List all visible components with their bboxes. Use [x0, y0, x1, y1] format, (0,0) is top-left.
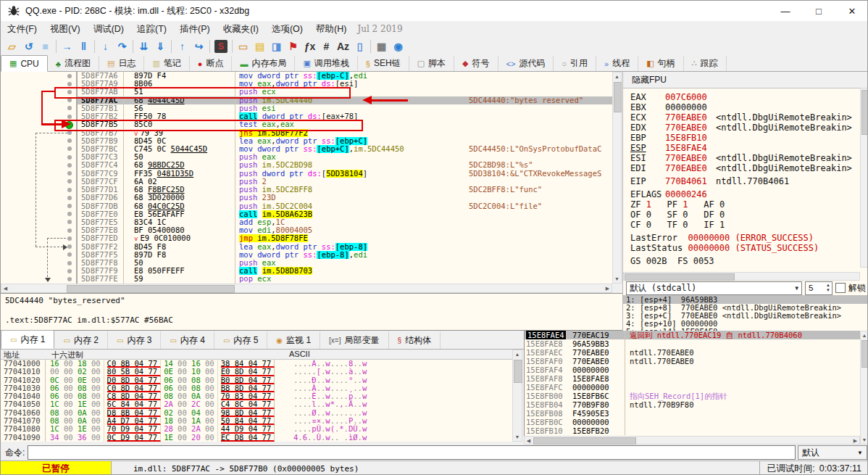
hash-icon[interactable]: # — [318, 39, 335, 54]
command-input[interactable] — [28, 445, 796, 460]
memory-dump-rows[interactable]: 7704100016 00 18 00C0 8B 04 7714 00 16 0… — [1, 360, 512, 442]
segment-registers-row[interactable]: GS 002B FS 0053 — [623, 256, 868, 266]
bookmarks-icon[interactable]: ⚑ — [285, 39, 301, 54]
register-row[interactable]: EBP15E8FB10 — [623, 133, 868, 143]
disasm-row[interactable]: 5D8F77B156push esi — [1, 104, 612, 112]
breakpoint-dot-icon[interactable] — [67, 236, 72, 241]
register-row[interactable]: EAX007C6000 — [623, 92, 868, 102]
strings-icon[interactable]: Az — [335, 39, 351, 54]
disasm-row[interactable]: 5D8F77EDvE9 0C010000jmp im.5D8F78FE — [1, 234, 612, 242]
disasm-row[interactable]: 5D8F77E583C4 1Cadd esp,1C — [1, 218, 612, 226]
last-error-row[interactable]: LastStatus 00000000 (STATUS_SUCCESS) — [623, 243, 868, 253]
breakpoint-dot-icon[interactable] — [67, 171, 72, 175]
calculator-icon[interactable]: ▦ — [373, 39, 390, 54]
minimize-button[interactable]: — — [769, 1, 802, 21]
breakpoint-dot-icon[interactable] — [67, 155, 72, 160]
disasm-row[interactable]: 5D8F77B2FF50 78call dword ptr ds:[eax+78… — [1, 112, 612, 120]
tab-内存 2[interactable]: ▭内存 2 — [54, 331, 107, 349]
stack-row[interactable]: 15E8FB04770B9F80ntdll.770B9F80 — [525, 400, 860, 409]
breakpoint-dot-icon[interactable] — [67, 212, 72, 216]
tab-CPU[interactable]: ▦CPU — [1, 55, 48, 72]
stack-row[interactable]: 15E8FAEC770EABE0ntdll.770EABE0 — [525, 348, 860, 357]
register-row[interactable]: ESP15E8FAE4 — [623, 143, 868, 153]
register-row[interactable]: EDI770EABE0<ntdll.DbgUiRemoteBreakin> — [623, 163, 868, 173]
hide-fpu-button[interactable]: 隐藏FPU — [623, 72, 868, 88]
regs-hscroll-thumb[interactable] — [625, 273, 735, 281]
disasm-row[interactable]: 5D8F77F9E8 050FFEFFcall im.5D8D8703 — [1, 267, 612, 275]
tab-监视 1[interactable]: ◉监视 1 — [267, 331, 320, 349]
tab-线程[interactable]: »线程 — [596, 56, 638, 71]
stack-vscrollbar[interactable]: ▲ ▼ — [860, 331, 868, 445]
breakpoint-dot-icon[interactable] — [67, 106, 72, 110]
disasm-row[interactable]: 5D8F77FE59pop ecx — [1, 275, 612, 283]
disasm-row[interactable]: 5D8F77F5897D F8mov dword ptr ss:[ebp-8],… — [1, 251, 612, 259]
arg-count-spinner[interactable]: 5 ▲▼ — [805, 281, 832, 295]
trace-into-icon[interactable]: ⇊ — [135, 39, 152, 54]
breakpoint-dot-icon[interactable] — [67, 196, 72, 200]
trace-over-icon[interactable]: ⇓ — [152, 39, 169, 54]
step-out-icon[interactable]: ↑ — [174, 39, 191, 54]
disasm-row[interactable]: 5D8F77E0E8 56EAFAFFcall im.5D8A623B — [1, 210, 612, 218]
tab-脚本[interactable]: ▢脚本 — [409, 56, 454, 71]
stack-row[interactable]: 15E8FAF815E8FAE8 — [525, 374, 860, 383]
breakpoint-dot-icon[interactable] — [67, 74, 72, 78]
stack-row[interactable]: 15E8FAE896A59BB3 — [525, 339, 860, 348]
restart-icon[interactable]: ↺ — [20, 39, 37, 54]
settings-device-icon[interactable]: ▯ — [351, 39, 368, 54]
breakpoint-dot-icon[interactable] — [67, 244, 72, 249]
disasm-vscrollbar[interactable]: ▲ ▼ — [612, 72, 622, 284]
stack-row[interactable]: 15E8FB0015E8FB6C指向SEH_Record[1]的指针 — [525, 392, 860, 400]
stack-row[interactable]: 15E8FB08F45905E3 — [525, 409, 860, 418]
tab-内存 5[interactable]: ▭内存 5 — [214, 331, 267, 349]
breakpoint-dot-icon[interactable] — [67, 252, 72, 257]
disasm-hscrollbar[interactable]: ◀ ▶ — [1, 284, 612, 293]
regs-vscrollbar[interactable] — [860, 88, 868, 268]
register-row[interactable]: EIP770B4061ntdll.770B4061 — [623, 176, 868, 186]
menu-item-5[interactable]: 收藏夹(I) — [217, 22, 265, 36]
breakpoint-dot-icon[interactable] — [67, 98, 72, 102]
stack-hscrollbar[interactable]: ◀ ▶ — [524, 436, 860, 445]
run-icon[interactable]: → — [59, 39, 75, 54]
menu-item-0[interactable]: 文件(F) — [1, 22, 43, 36]
disasm-row[interactable]: 5D8F77B585C0test eax,eax — [1, 120, 612, 128]
register-row[interactable]: ECX770EABE0<ntdll.DbgUiRemoteBreakin> — [623, 112, 868, 123]
breakpoint-dot-icon[interactable] — [67, 204, 72, 208]
last-error-row[interactable]: LastError 00000000 (ERROR_SUCCESS) — [623, 233, 868, 243]
menu-item-1[interactable]: 视图(V) — [43, 22, 87, 36]
breakpoint-dot-icon[interactable] — [67, 179, 72, 183]
breakpoint-dot-icon[interactable] — [67, 228, 72, 233]
step-over-icon[interactable]: ↷ — [114, 39, 130, 54]
command-profile-combo[interactable]: 默认▼ — [798, 445, 867, 460]
tab-内存布局[interactable]: ▬内存布局 — [232, 56, 295, 71]
breakpoint-dot-icon[interactable] — [67, 139, 72, 143]
disasm-row[interactable]: 5D8F77C468 98BDC25Dpush im.5DC2BD985DC2B… — [1, 161, 612, 169]
breakpoint-dot-icon[interactable] — [67, 277, 72, 281]
menu-item-3[interactable]: 追踪(T) — [130, 22, 173, 36]
stack-row[interactable]: 15E8FAF0770EABE0ntdll.770EABE0 — [525, 357, 860, 365]
breakpoint-dot-icon[interactable] — [67, 82, 72, 86]
breakpoint-dot-icon[interactable] — [67, 90, 72, 94]
functions-icon[interactable]: ƒx — [301, 39, 318, 54]
stop-icon[interactable]: ■ — [37, 39, 54, 54]
register-row[interactable]: EDX770EABE0<ntdll.DbgUiRemoteBreakin> — [623, 123, 868, 133]
patches-icon[interactable]: ▭ — [235, 39, 251, 54]
flags-row[interactable]: ZF 1 PF 1 AF 0 — [623, 199, 868, 210]
menu-item-6[interactable]: 选项(O) — [265, 22, 309, 36]
register-row[interactable]: EFLAGS00000246 — [623, 189, 868, 199]
memory-row[interactable]: 7704109034 00 36 000C D9 04 771E 00 20 0… — [1, 434, 512, 442]
stack-row[interactable]: 15E8FB0C00000000 — [525, 418, 860, 426]
registers-list[interactable]: EAX007C6000EBX00000000ECX770EABE0<ntdll.… — [623, 88, 868, 272]
tab-源代码[interactable]: <>源代码 — [498, 56, 554, 71]
open-folder-icon[interactable]: ▱ — [4, 39, 20, 54]
tab-句柄[interactable]: ◧句柄 — [638, 56, 683, 71]
tab-笔记[interactable]: ▥笔记 — [144, 56, 189, 71]
close-button[interactable]: ✕ — [835, 1, 868, 21]
disasm-row[interactable]: 5D8F77C350push eax — [1, 153, 612, 161]
disasm-row[interactable]: 5D8F77E8BF 05400080mov edi,80004005 — [1, 226, 612, 234]
scylla-icon[interactable]: S — [214, 40, 228, 53]
disasm-row[interactable]: 5D8F77F850push eax — [1, 259, 612, 267]
unlock-checkbox[interactable] — [835, 283, 846, 293]
flags-row[interactable]: CF 0 TF 0 IF 1 — [623, 220, 868, 230]
labels-icon[interactable]: ◨ — [268, 39, 285, 54]
stack-row[interactable]: 15E8FAE4770EAC19返回到 ntdll.770EAC19 自 ntd… — [525, 331, 860, 339]
